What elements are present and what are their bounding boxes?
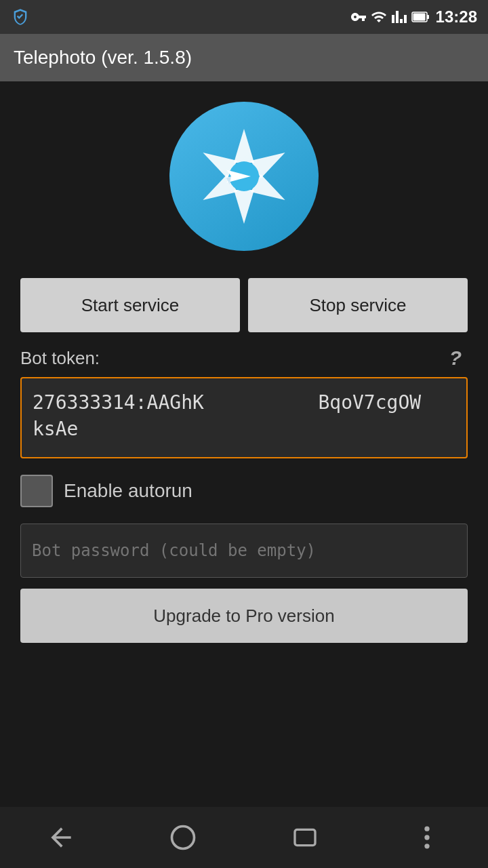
more-button[interactable] — [400, 810, 454, 865]
status-bar-left — [11, 7, 30, 26]
svg-rect-2 — [413, 14, 425, 21]
svg-rect-1 — [427, 15, 429, 19]
bot-token-input[interactable]: 276333314:AAGhK BqoV7cgOW ksAe — [20, 377, 468, 458]
svg-point-6 — [172, 827, 195, 849]
title-bar: Telephoto (ver. 1.5.8) — [0, 34, 488, 81]
back-button[interactable] — [34, 810, 88, 865]
bot-token-row: Bot token: ? — [20, 346, 468, 370]
home-button[interactable] — [156, 810, 210, 865]
svg-point-9 — [424, 835, 429, 840]
help-icon[interactable]: ? — [443, 346, 468, 370]
svg-point-10 — [424, 844, 429, 848]
app-title: Telephoto (ver. 1.5.8) — [14, 47, 192, 68]
shield-icon — [11, 7, 30, 26]
svg-point-8 — [424, 827, 429, 831]
autorun-row: Enable autorun — [20, 475, 468, 507]
bottom-nav — [0, 807, 488, 868]
svg-rect-7 — [295, 829, 315, 845]
status-icons — [350, 9, 430, 25]
bot-token-label: Bot token: — [20, 348, 100, 369]
stop-service-button[interactable]: Stop service — [248, 278, 468, 332]
main-content: Start service Stop service Bot token: ? … — [0, 81, 488, 663]
recents-button[interactable] — [278, 810, 332, 865]
autorun-label: Enable autorun — [64, 480, 192, 502]
status-bar-right: 13:28 — [350, 7, 477, 26]
logo-container — [169, 102, 319, 251]
bot-password-input[interactable] — [20, 524, 468, 578]
autorun-checkbox[interactable] — [20, 475, 53, 507]
time-display: 13:28 — [436, 7, 477, 26]
buttons-row: Start service Stop service — [20, 278, 468, 332]
upgrade-button[interactable]: Upgrade to Pro version — [20, 589, 468, 643]
status-bar: 13:28 — [0, 0, 488, 34]
app-logo — [169, 102, 319, 251]
start-service-button[interactable]: Start service — [20, 278, 240, 332]
